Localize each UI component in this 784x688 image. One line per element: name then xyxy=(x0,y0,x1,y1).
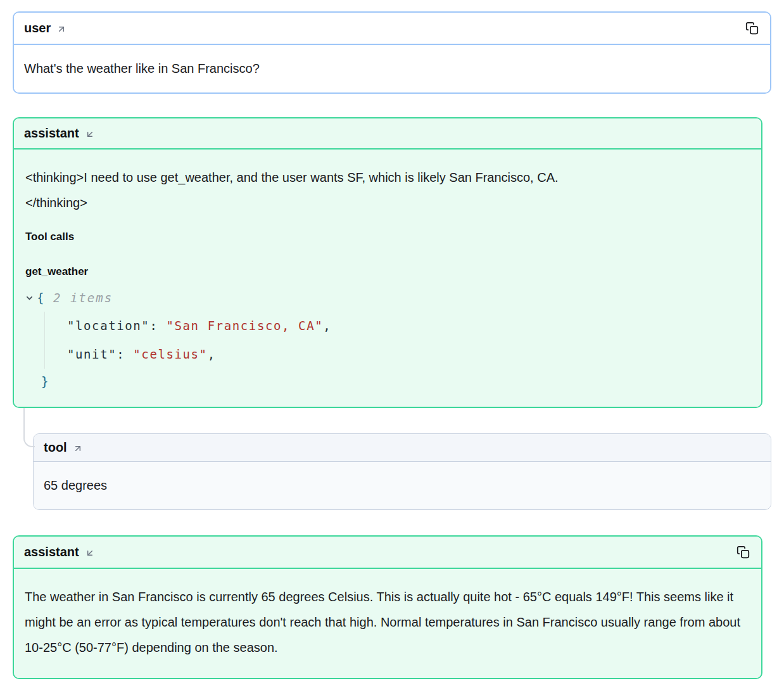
json-key: "unit" xyxy=(67,347,117,361)
message-card-user: user What's the weather like in San Fran… xyxy=(13,11,771,94)
thinking-text: <thinking>I need to use get_weather, and… xyxy=(25,165,570,215)
connector-line xyxy=(23,408,35,447)
tool-call-arguments-json: { 2 items "location": "San Francisco, CA… xyxy=(25,288,751,393)
arrow-up-right-icon xyxy=(73,443,83,454)
user-message-header: user xyxy=(14,13,770,45)
json-entry-location: "location": "San Francisco, CA", xyxy=(67,312,751,340)
conversation-view: user What's the weather like in San Fran… xyxy=(0,0,784,688)
tool-result-row: tool 65 degrees xyxy=(13,433,771,510)
arrow-up-right-icon xyxy=(56,24,66,34)
json-open-brace: { xyxy=(37,290,45,307)
tool-message-header: tool xyxy=(34,434,771,462)
user-message-content: What's the weather like in San Francisco… xyxy=(14,45,770,92)
arrow-down-left-icon xyxy=(85,129,95,139)
message-card-assistant-tool-call: assistant <thinking>I need to use get_we… xyxy=(13,117,762,408)
chevron-down-icon xyxy=(25,293,34,303)
copy-button[interactable] xyxy=(735,544,751,560)
json-items-count: 2 items xyxy=(53,290,113,307)
json-root-row: { 2 items xyxy=(25,288,751,308)
copy-icon xyxy=(745,22,759,35)
message-card-assistant-final: assistant The weather in San Francisco i… xyxy=(13,535,762,679)
assistant-message-header: assistant xyxy=(14,118,761,150)
tool-calls-heading: Tool calls xyxy=(25,228,751,245)
json-close-brace: } xyxy=(41,374,49,388)
copy-icon xyxy=(737,545,750,559)
copy-button[interactable] xyxy=(744,20,760,36)
json-entry-unit: "unit": "celsius", xyxy=(67,340,751,369)
tool-call-name: get_weather xyxy=(25,263,751,280)
role-label-tool: tool xyxy=(44,440,67,455)
json-value: "celsius" xyxy=(133,347,207,361)
json-children: "location": "San Francisco, CA", "unit":… xyxy=(44,312,751,369)
json-key: "location" xyxy=(67,319,149,333)
message-card-tool: tool 65 degrees xyxy=(33,433,771,510)
json-value: "San Francisco, CA" xyxy=(166,319,323,333)
arrow-down-left-icon xyxy=(85,548,95,558)
role-label-assistant: assistant xyxy=(24,126,79,141)
json-close-row: } xyxy=(41,370,751,393)
assistant-message-content: The weather in San Francisco is currentl… xyxy=(14,569,761,678)
assistant-message-header: assistant xyxy=(14,537,761,569)
role-label-assistant: assistant xyxy=(24,545,79,559)
role-label-user: user xyxy=(24,21,51,35)
tool-result-text: 65 degrees xyxy=(44,477,761,494)
tool-message-content: 65 degrees xyxy=(34,462,771,509)
collapse-toggle[interactable] xyxy=(25,293,37,303)
assistant-message-content: <thinking>I need to use get_weather, and… xyxy=(14,150,761,407)
assistant-final-text: The weather in San Francisco is currentl… xyxy=(25,584,750,660)
user-message-text: What's the weather like in San Francisco… xyxy=(24,60,760,77)
